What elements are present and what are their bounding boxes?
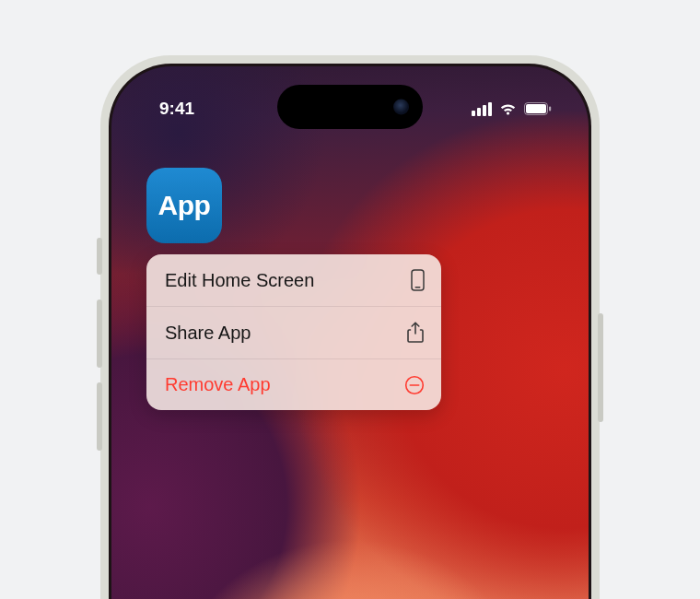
iphone-frame: 9:41 App Edi [100,55,600,599]
battery-icon [524,102,552,115]
phone-volume-up-button [97,300,102,368]
share-icon [406,322,425,344]
phone-volume-down-button [97,382,102,451]
menu-item-label: Remove App [165,374,271,395]
menu-item-remove-app[interactable]: Remove App [146,359,441,410]
status-indicators [472,102,552,116]
phone-side-button [598,313,603,422]
app-context-menu: Edit Home Screen Share App [146,254,441,410]
app-icon-label: App [158,190,211,221]
menu-item-edit-home-screen[interactable]: Edit Home Screen [146,254,441,307]
menu-item-label: Edit Home Screen [165,270,314,291]
iphone-screen: 9:41 App Edi [109,64,591,599]
status-time: 9:41 [159,99,194,119]
wifi-icon [498,102,518,116]
phone-mute-switch [97,238,102,275]
cellular-signal-icon [472,102,492,116]
status-bar: 9:41 [111,88,589,129]
phone-outline-icon [411,269,425,291]
svg-rect-4 [415,287,421,288]
menu-item-label: Share App [165,323,251,344]
svg-rect-1 [526,104,546,113]
remove-circle-icon [404,375,425,395]
svg-rect-2 [549,107,551,112]
app-icon[interactable]: App [146,168,222,243]
menu-item-share-app[interactable]: Share App [146,307,441,359]
